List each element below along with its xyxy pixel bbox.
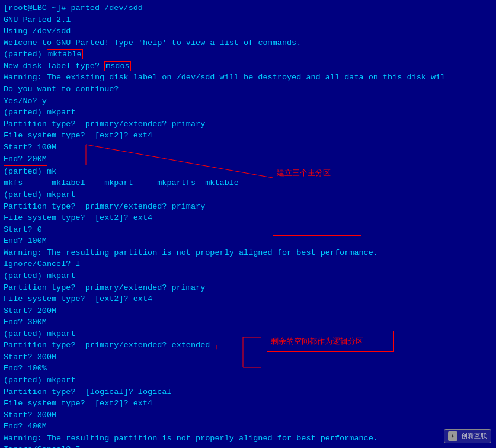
terminal-line-21: End? 100M [4,235,492,247]
terminal-line-15: (parted) mk [4,166,492,178]
terminal-line-39: Ignore/Cancel? I [4,444,492,448]
terminal-line-19: File system type? [ext2]? ext4 [4,212,492,224]
terminal-line-35: File system type? [ext2]? ext4 [4,398,492,409]
terminal-line-7: Warning: The existing disk label on /dev… [4,72,492,84]
terminal-line-11: Partition type? primary/extended? primar… [4,119,492,130]
terminal-line-31: Start? 300M [4,351,492,363]
terminal-line-4: Welcome to GNU Parted! Type 'help' to vi… [4,37,492,49]
terminal-line-28: End? 300M [4,316,492,328]
terminal-line-33: (parted) mkpart [4,375,492,386]
terminal-line-37: End? 400M [4,421,492,433]
terminal-line-20: Start? 0 [4,224,492,236]
terminal-line-24: (parted) mkpart [4,270,492,282]
terminal-line-38: Warning: The resulting partition is not … [4,433,492,444]
annotation-logical-partitions: 剩余的空间都作为逻辑分区 [267,331,394,352]
terminal-line-3: Using /dev/sdd [4,25,492,37]
terminal-line-26: File system type? [ext2]? ext4 [4,293,492,305]
terminal-window: [root@LBC ~]# parted /dev/sdd GNU Parted… [0,0,496,448]
terminal-line-27: Start? 200M [4,305,492,317]
terminal-line-29: (parted) mkpart [4,328,492,340]
annotation-primary-partitions: 建立三个主分区 [273,165,361,236]
terminal-line-9: Yes/No? y [4,95,492,107]
watermark-text: 创新互联 [461,432,487,439]
terminal-line-34: Partition type? [logical]? logical [4,386,492,398]
terminal-line-36: Start? 300M [4,409,492,421]
terminal-line-14: End? 200M [4,153,492,166]
terminal-line-6: New disk label type? msdos [4,60,492,72]
terminal-line-8: Do you want to continue? [4,84,492,95]
terminal-line-17: (parted) mkpart [4,189,492,201]
terminal-line-1: [root@LBC ~]# parted /dev/sdd [4,2,492,14]
terminal-line-18: Partition type? primary/extended? primar… [4,201,492,213]
terminal-line-22: Warning: The resulting partition is not … [4,247,492,259]
terminal-line-2: GNU Parted 2.1 [4,14,492,26]
terminal-line-10: (parted) mkpart [4,107,492,119]
terminal-line-30: Partition type? primary/extended? extend… [4,340,492,351]
terminal-line-25: Partition type? primary/extended? primar… [4,282,492,294]
msdos-highlight: msdos [104,61,131,71]
terminal-line-32: End? 100% [4,363,492,375]
watermark-icon: ✦ [448,431,457,441]
terminal-line-23: Ignore/Cancel? I [4,258,492,270]
mktable-highlight: mktable [47,49,83,59]
watermark: ✦ 创新互联 [444,429,491,443]
terminal-line-12: File system type? [ext2]? ext4 [4,130,492,142]
terminal-line-13: Start? 100M [4,142,492,154]
terminal-line-16: mkfs mklabel mkpart mkpartfs mktable [4,177,492,189]
terminal-line-5: (parted) mktable [4,49,492,60]
